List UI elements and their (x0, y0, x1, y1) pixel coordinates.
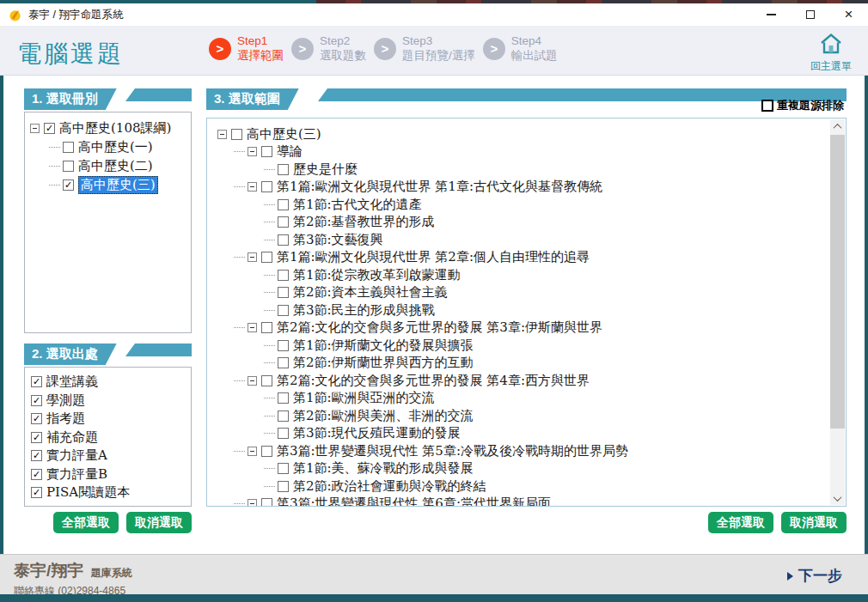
source-checkbox[interactable]: ✓ (31, 413, 42, 424)
tree-item-label[interactable]: 第3節:現代反殖民運動的發展 (293, 425, 461, 441)
maximize-button[interactable] (791, 3, 829, 26)
checkbox[interactable] (278, 481, 289, 492)
checkbox[interactable] (231, 129, 242, 140)
tree-row[interactable]: 第1節:伊斯蘭文化的發展與擴張 (214, 337, 824, 355)
tree-item-label[interactable]: 第3節:民主的形成與挑戰 (293, 302, 435, 319)
checkbox[interactable] (261, 498, 272, 507)
tree-row[interactable]: 第3篇:世界變遷與現代性 第6章:當代世界新局面 (214, 496, 824, 508)
source-checkbox[interactable]: ✓ (31, 487, 42, 498)
tree-item-label[interactable]: 高中歷史(二) (78, 158, 153, 174)
tree-item-label[interactable]: 第2節:歐洲與美洲、非洲的交流 (293, 408, 474, 424)
scope-select-all-button[interactable]: 全部選取 (708, 512, 773, 533)
checkbox[interactable] (278, 234, 289, 246)
checkbox[interactable] (278, 410, 289, 422)
tree-item-label[interactable]: 第1節:美、蘇冷戰的形成與發展 (293, 460, 474, 477)
checkbox[interactable] (278, 305, 289, 316)
tree-row[interactable]: 第1篇:歐洲文化與現代世界 第2章:個人自由理性的追尋 (214, 249, 824, 267)
tree-item-label[interactable]: 第2篇:文化的交會與多元世界的發展 第3章:伊斯蘭與世界 (277, 319, 602, 336)
tree-row[interactable]: 第1節:美、蘇冷戰的形成與發展 (214, 460, 824, 478)
step-item-1[interactable]: >Step1選擇範圍 (209, 34, 284, 64)
checkbox[interactable] (278, 270, 289, 281)
checkbox[interactable] (278, 428, 289, 439)
tree-item-label[interactable]: 高中歷史(一) (78, 139, 153, 155)
volume-select-all-button[interactable]: 全部選取 (53, 512, 119, 533)
source-option[interactable]: ✓學測題 (31, 392, 189, 410)
tree-item-label[interactable]: 第2篇:文化的交會與多元世界的發展 第4章:西方與世界 (277, 373, 590, 389)
expander-icon[interactable] (248, 499, 257, 507)
tree-row[interactable]: ✓高中歷史(108課綱) (30, 119, 189, 137)
checkbox[interactable] (278, 164, 289, 175)
tree-item-label[interactable]: 第2節:資本主義與社會主義 (293, 284, 448, 301)
checkbox[interactable] (63, 161, 74, 172)
tree-item-label[interactable]: 導論 (277, 143, 303, 160)
tree-row[interactable]: 第3節:民主的形成與挑戰 (214, 301, 824, 319)
scrollbar-track[interactable] (830, 133, 845, 491)
tree-row[interactable]: 第2節:伊斯蘭世界與西方的互動 (214, 355, 824, 373)
checkbox[interactable] (261, 322, 272, 333)
tree-row[interactable]: 第2節:基督教世界的形成 (214, 214, 824, 232)
close-button[interactable]: × (829, 3, 868, 26)
tree-item-label[interactable]: 第1節:伊斯蘭文化的發展與擴張 (293, 337, 474, 354)
volume-deselect-button[interactable]: 取消選取 (126, 512, 192, 533)
source-checkbox[interactable]: ✓ (31, 376, 42, 387)
tree-row[interactable]: 第2節:資本主義與社會主義 (214, 284, 824, 302)
minimize-button[interactable] (752, 3, 791, 26)
tree-item-label[interactable]: 高中歷史(三) (247, 126, 321, 143)
expander-icon[interactable] (248, 447, 257, 456)
expander-icon[interactable] (248, 376, 257, 386)
tree-row[interactable]: 第2節:歐洲與美洲、非洲的交流 (214, 407, 824, 425)
tree-row[interactable]: 第2篇:文化的交會與多元世界的發展 第3章:伊斯蘭與世界 (214, 319, 824, 337)
home-button[interactable]: 回主選單 (808, 33, 854, 74)
checkbox[interactable]: ✓ (44, 123, 55, 134)
tree-item-label[interactable]: 第3篇:世界變遷與現代性 第5章:冷戰及後冷戰時期的世界局勢 (277, 443, 628, 459)
tree-row[interactable]: 第1篇:歐洲文化與現代世界 第1章:古代文化與基督教傳統 (214, 179, 824, 197)
tree-row[interactable]: ✓高中歷史(三) (30, 175, 189, 194)
source-checkbox[interactable]: ✓ (31, 469, 42, 480)
expander-icon[interactable] (30, 124, 40, 133)
tree-row[interactable]: 歷史是什麼 (214, 161, 824, 179)
checkbox[interactable] (261, 252, 272, 263)
tree-item-label[interactable]: 高中歷史(三) (78, 176, 158, 194)
tree-item-label[interactable]: 第2節:基督教世界的形成 (293, 214, 435, 230)
source-option[interactable]: ✓實力評量B (31, 465, 189, 484)
tree-row[interactable]: 第1節:古代文化的遺產 (214, 196, 824, 214)
checkbox[interactable] (261, 146, 272, 157)
checkbox[interactable] (278, 340, 289, 351)
checkbox[interactable] (278, 392, 289, 404)
expander-icon[interactable] (217, 130, 227, 139)
checkbox[interactable] (261, 181, 272, 192)
source-checkbox[interactable]: ✓ (31, 395, 42, 406)
checkbox[interactable] (278, 463, 289, 474)
tree-item-label[interactable]: 第3篇:世界變遷與現代性 第6章:當代世界新局面 (277, 496, 551, 507)
tree-item-label[interactable]: 第1節:古代文化的遺產 (293, 197, 422, 213)
tree-item-label[interactable]: 高中歷史(108課綱) (59, 120, 171, 137)
source-checkbox[interactable]: ✓ (31, 450, 42, 461)
tree-row[interactable]: 第1節:從宗教改革到啟蒙運動 (214, 266, 824, 284)
tree-row[interactable]: 第2篇:文化的交會與多元世界的發展 第4章:西方與世界 (214, 372, 824, 390)
checkbox[interactable] (261, 446, 272, 457)
scrollbar[interactable] (830, 119, 845, 505)
dedupe-checkbox[interactable] (761, 100, 773, 112)
expander-icon[interactable] (248, 147, 257, 156)
expander-icon[interactable] (248, 323, 257, 332)
tree-item-label[interactable]: 第2節:伊斯蘭世界與西方的互動 (293, 355, 474, 371)
step-item-3[interactable]: >Step3題目預覽/選擇 (374, 34, 475, 64)
step-item-4[interactable]: >Step4輸出試題 (483, 34, 558, 64)
scroll-up-icon[interactable] (830, 119, 845, 133)
tree-item-label[interactable]: 第3節:文藝復興 (293, 232, 383, 248)
expander-icon[interactable] (248, 182, 257, 192)
scroll-down-icon[interactable] (830, 491, 845, 505)
tree-row[interactable]: 第1節:歐洲與亞洲的交流 (214, 390, 824, 408)
tree-row[interactable]: 第3節:文藝復興 (214, 231, 824, 249)
source-option[interactable]: ✓補充命題 (31, 429, 189, 447)
tree-row[interactable]: 高中歷史(一) (30, 137, 189, 156)
source-option[interactable]: ✓實力評量A (31, 447, 189, 465)
checkbox[interactable]: ✓ (63, 179, 74, 191)
tree-row[interactable]: 高中歷史(三) (214, 125, 824, 143)
tree-row[interactable]: 第2節:政治社會運動與冷戰的終結 (214, 477, 824, 496)
checkbox[interactable] (278, 199, 289, 210)
tree-row[interactable]: 第3篇:世界變遷與現代性 第5章:冷戰及後冷戰時期的世界局勢 (214, 442, 824, 460)
source-option[interactable]: ✓課堂講義 (31, 373, 189, 392)
source-option[interactable]: ✓PISA閱讀題本 (31, 483, 189, 502)
tree-item-label[interactable]: 第1篇:歐洲文化與現代世界 第2章:個人自由理性的追尋 (277, 249, 590, 265)
